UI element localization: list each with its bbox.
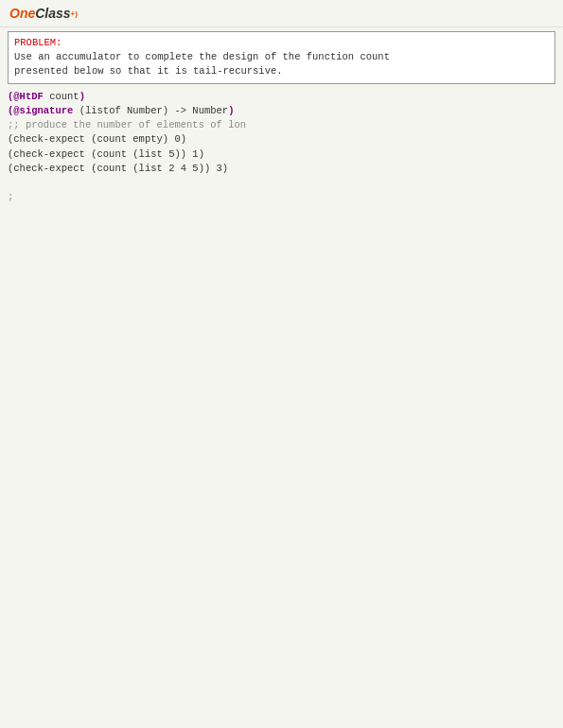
logo-class: Class — [35, 6, 70, 21]
logo: OneClass+) — [9, 6, 78, 21]
main-content: PROBLEM: Use an accumulator to complete … — [0, 27, 563, 701]
logo-one: One — [9, 6, 35, 21]
code-block-1: PROBLEM: Use an accumulator to complete … — [8, 31, 555, 84]
code-section-1: (@HtDF count) (@signature (listof Number… — [8, 90, 555, 205]
code-pre-1: (@HtDF count) (@signature (listof Number… — [8, 90, 555, 205]
problem-block-1-text: PROBLEM: Use an accumulator to complete … — [14, 36, 549, 79]
header: OneClass+) — [0, 0, 563, 27]
logo-subscript: +) — [71, 9, 78, 18]
